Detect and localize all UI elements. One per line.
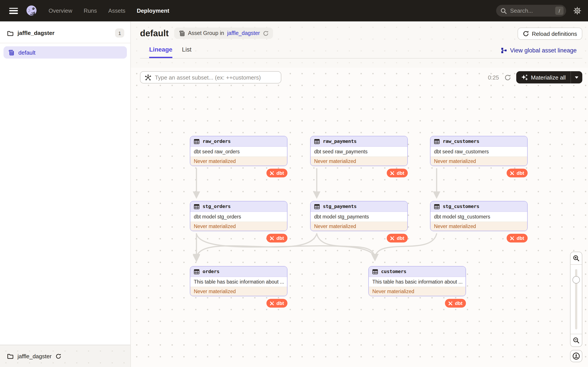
reload-icon bbox=[523, 31, 529, 37]
top-nav: Overview Runs Assets Deployment / bbox=[0, 0, 588, 21]
table-icon bbox=[372, 269, 378, 274]
dbt-badge: dbt bbox=[267, 299, 287, 308]
table-icon bbox=[314, 139, 320, 144]
tab-list[interactable]: List bbox=[182, 46, 192, 58]
refresh-graph-icon[interactable] bbox=[504, 74, 511, 81]
asset-node-raw-orders[interactable]: raw_orders dbt seed raw_orders Never mat… bbox=[190, 136, 287, 166]
dbt-badge: dbt bbox=[267, 169, 287, 177]
dbt-badge-label: dbt bbox=[517, 235, 524, 241]
asset-group-icon bbox=[178, 30, 185, 36]
table-icon bbox=[434, 139, 440, 144]
asset-subset-filter[interactable] bbox=[140, 71, 281, 83]
zoom-in-button[interactable] bbox=[571, 252, 582, 264]
footer-repo-name: jaffle_dagster bbox=[17, 353, 52, 359]
dbt-badge: dbt bbox=[387, 234, 408, 242]
refresh-icon[interactable] bbox=[263, 30, 269, 36]
dagster-logo[interactable] bbox=[25, 4, 38, 17]
nav-assets[interactable]: Assets bbox=[108, 8, 125, 14]
dbt-badge-label: dbt bbox=[277, 300, 284, 306]
dbt-logo-icon bbox=[448, 300, 453, 306]
nav-overview[interactable]: Overview bbox=[49, 8, 72, 14]
asset-status: Never materialized bbox=[311, 157, 407, 166]
reload-definitions-button[interactable]: Reload definitions bbox=[517, 27, 582, 40]
global-search[interactable]: / bbox=[496, 5, 566, 17]
search-input[interactable] bbox=[510, 8, 552, 14]
materialize-all-button[interactable]: Materialize all bbox=[516, 71, 582, 83]
tab-lineage[interactable]: Lineage bbox=[149, 46, 172, 58]
zoom-out-icon bbox=[573, 337, 580, 344]
zoom-controls bbox=[570, 252, 582, 347]
dbt-badge: dbt bbox=[507, 234, 528, 242]
hamburger-menu-icon[interactable] bbox=[9, 8, 18, 14]
asset-description: dbt model stg_orders bbox=[190, 212, 287, 222]
asset-sidebar: jaffle_dagster 1 default jaffle_dagster bbox=[0, 21, 131, 367]
asset-subset-input[interactable] bbox=[155, 74, 277, 81]
nav-runs[interactable]: Runs bbox=[84, 8, 97, 14]
folder-icon bbox=[7, 30, 14, 36]
search-icon bbox=[501, 8, 507, 14]
tabs: Lineage List View global asset lineage bbox=[149, 46, 577, 58]
dbt-badge: dbt bbox=[507, 169, 528, 177]
asset-description: dbt model stg_payments bbox=[311, 212, 407, 222]
repo-name: jaffle_dagster bbox=[17, 30, 54, 36]
asset-name: stg_customers bbox=[443, 204, 479, 209]
table-icon bbox=[194, 204, 199, 209]
asset-node-stg-customers[interactable]: stg_customers dbt model stg_customers Ne… bbox=[430, 201, 528, 231]
badge-text: Asset Group in bbox=[188, 30, 224, 36]
dbt-badge-label: dbt bbox=[277, 235, 284, 241]
asset-description: dbt model stg_customers bbox=[431, 212, 527, 222]
materialize-dropdown-button[interactable] bbox=[571, 71, 582, 83]
group-label: default bbox=[18, 49, 35, 56]
gear-icon[interactable] bbox=[573, 7, 581, 15]
asset-node-stg-payments[interactable]: stg_payments dbt model stg_payments Neve… bbox=[310, 201, 408, 231]
asset-description: This table has basic information about .… bbox=[369, 277, 466, 287]
dbt-logo-icon bbox=[269, 300, 275, 306]
asset-name: stg_payments bbox=[323, 204, 356, 209]
asset-description: dbt seed raw_customers bbox=[431, 147, 527, 157]
asset-status: Never materialized bbox=[369, 287, 466, 296]
global-lineage-label: View global asset lineage bbox=[510, 47, 577, 54]
dbt-logo-icon bbox=[389, 170, 395, 176]
dbt-logo-icon bbox=[509, 170, 515, 176]
sidebar-repo-row[interactable]: jaffle_dagster 1 bbox=[0, 21, 130, 43]
asset-status: Never materialized bbox=[311, 222, 407, 231]
dbt-logo-icon bbox=[509, 235, 515, 241]
asset-name: customers bbox=[381, 269, 406, 274]
asset-node-raw-customers[interactable]: raw_customers dbt seed raw_customers Nev… bbox=[430, 136, 528, 166]
asset-status: Never materialized bbox=[431, 157, 527, 166]
page-title: default bbox=[140, 28, 169, 38]
badge-repo-link[interactable]: jaffle_dagster bbox=[227, 30, 260, 36]
dbt-logo-icon bbox=[269, 170, 275, 176]
dbt-logo-icon bbox=[389, 235, 395, 241]
dbt-badge-label: dbt bbox=[455, 300, 462, 306]
table-icon bbox=[194, 269, 199, 274]
asset-node-stg-orders[interactable]: stg_orders dbt model stg_orders Never ma… bbox=[190, 201, 287, 231]
asset-status: Never materialized bbox=[431, 222, 527, 231]
download-graph-button[interactable] bbox=[570, 350, 582, 362]
asset-node-customers[interactable]: customers This table has basic informati… bbox=[368, 266, 466, 296]
primary-nav: Overview Runs Assets Deployment bbox=[49, 8, 169, 14]
asset-status: Never materialized bbox=[190, 287, 287, 296]
lineage-graph-icon bbox=[501, 47, 507, 54]
zoom-out-button[interactable] bbox=[571, 334, 582, 346]
reload-repo-icon[interactable] bbox=[56, 353, 61, 359]
dbt-badge-label: dbt bbox=[397, 235, 404, 241]
chevron-down-icon bbox=[575, 76, 578, 78]
zoom-in-icon bbox=[573, 255, 580, 262]
asset-status: Never materialized bbox=[190, 157, 287, 166]
lineage-graph-pane[interactable]: 0:25 Materialize all bbox=[131, 68, 588, 367]
asset-node-orders[interactable]: orders This table has basic information … bbox=[190, 266, 287, 296]
dbt-badge: dbt bbox=[267, 234, 287, 242]
asset-name: stg_orders bbox=[203, 204, 231, 209]
sidebar-item-default-group[interactable]: default bbox=[3, 46, 127, 58]
view-global-asset-lineage-link[interactable]: View global asset lineage bbox=[501, 47, 577, 54]
asset-description: dbt seed raw_payments bbox=[311, 147, 407, 157]
folder-icon bbox=[7, 353, 14, 359]
zoom-slider-thumb[interactable] bbox=[572, 276, 580, 284]
materialize-label: Materialize all bbox=[531, 74, 566, 81]
dagster-app: Overview Runs Assets Deployment / bbox=[0, 0, 588, 367]
asset-node-raw-payments[interactable]: raw_payments dbt seed raw_payments Never… bbox=[310, 136, 408, 166]
asset-status: Never materialized bbox=[190, 222, 287, 231]
search-shortcut-key: / bbox=[555, 7, 563, 15]
nav-deployment[interactable]: Deployment bbox=[137, 8, 169, 14]
